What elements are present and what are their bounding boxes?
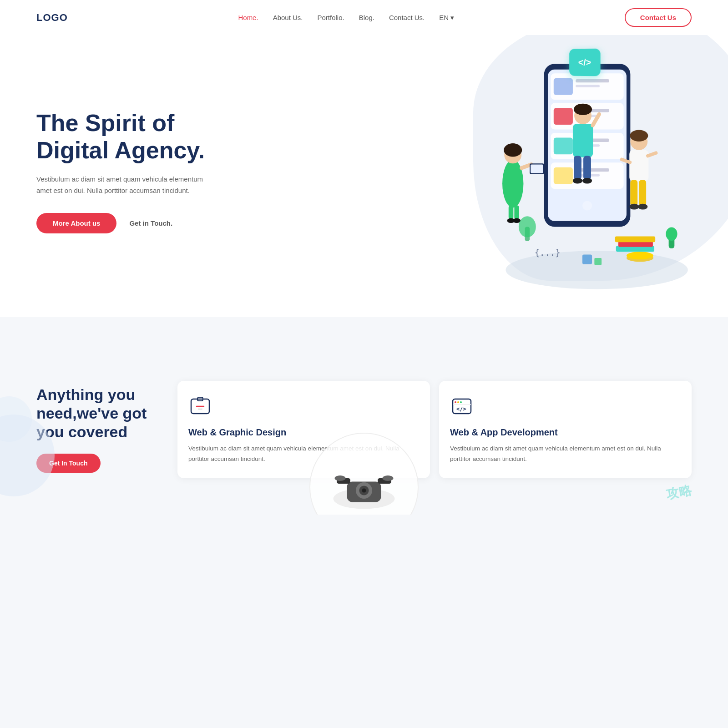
language-selector[interactable]: EN ▾ — [439, 14, 454, 22]
svg-point-64 — [455, 401, 456, 403]
hero-subtitle: Vestibulum ac diam sit amet quam vehicul… — [36, 173, 218, 197]
svg-point-32 — [574, 104, 592, 115]
svg-rect-27 — [514, 205, 519, 220]
svg-text:{...}: {...} — [535, 248, 561, 258]
svg-point-22 — [504, 143, 522, 157]
svg-point-53 — [519, 216, 536, 237]
svg-rect-5 — [576, 79, 609, 82]
svg-point-66 — [460, 401, 462, 403]
watermark-image-placeholder — [323, 444, 405, 515]
nav-lang-selector[interactable]: EN ▾ — [439, 14, 454, 22]
code-icon: </> — [450, 394, 474, 418]
dev-card-desc: Vestibulum ac diam sit amet quam vehicul… — [450, 444, 681, 465]
svg-point-51 — [627, 252, 653, 259]
nav-link-home[interactable]: Home. — [238, 14, 258, 21]
svg-rect-49 — [615, 237, 656, 243]
nav-item-blog[interactable]: Blog. — [359, 14, 374, 22]
get-in-touch-link[interactable]: Get in Touch. — [129, 219, 172, 227]
svg-point-76 — [335, 475, 346, 481]
more-about-us-button[interactable]: More About us — [36, 213, 116, 233]
svg-point-65 — [457, 401, 459, 403]
svg-point-40 — [630, 130, 648, 142]
lang-label: EN — [439, 14, 449, 21]
nav-item-contact[interactable]: Contact Us. — [389, 14, 425, 22]
svg-rect-44 — [639, 180, 646, 206]
svg-rect-57 — [582, 255, 592, 264]
services-title: Anything you need,we've got you covered — [36, 385, 164, 441]
services-cards: Web & Graphic Design Vestibulum ac diam … — [177, 381, 692, 478]
svg-point-75 — [362, 489, 366, 493]
svg-rect-58 — [594, 258, 602, 265]
svg-rect-8 — [554, 108, 573, 125]
watermark-text: 攻略 — [665, 481, 693, 503]
svg-rect-25 — [531, 164, 543, 173]
hero-title-line1: The Spirit of — [36, 110, 174, 136]
svg-rect-6 — [576, 85, 600, 87]
nav-link-blog[interactable]: Blog. — [359, 14, 374, 21]
navbar: LOGO Home. About Us. Portfolio. Blog. Co… — [0, 0, 728, 35]
svg-rect-16 — [554, 167, 573, 184]
hero-title: The Spirit of Digital Agency. — [36, 110, 218, 164]
hero-actions: More About us Get in Touch. — [36, 213, 218, 233]
svg-point-19 — [582, 201, 592, 211]
nav-link-about[interactable]: About Us. — [273, 14, 303, 21]
nav-link-portfolio[interactable]: Portfolio. — [318, 14, 344, 21]
svg-point-45 — [629, 204, 639, 210]
hero-illustration: </> — [446, 35, 719, 303]
svg-point-77 — [383, 475, 394, 481]
services-title-line2: need,we've got — [36, 404, 147, 422]
svg-point-46 — [638, 204, 647, 210]
svg-point-29 — [513, 218, 521, 223]
dev-card-title: Web & App Development — [450, 426, 681, 438]
nav-links: Home. About Us. Portfolio. Blog. Contact… — [238, 14, 454, 22]
services-section: Anything you need,we've got you covered … — [0, 354, 728, 515]
svg-point-0 — [506, 251, 688, 289]
svg-rect-30 — [573, 124, 593, 157]
drone-illustration — [323, 444, 405, 515]
svg-point-55 — [666, 227, 677, 241]
hero-content: The Spirit of Digital Agency. Vestibulum… — [36, 110, 218, 233]
logo: LOGO — [36, 12, 68, 24]
nav-item-about[interactable]: About Us. — [273, 14, 303, 22]
svg-rect-35 — [583, 156, 591, 180]
svg-rect-34 — [574, 156, 581, 180]
nav-item-home[interactable]: Home. — [238, 14, 258, 22]
services-title-line1: Anything you — [36, 386, 135, 403]
nav-link-contact[interactable]: Contact Us. — [389, 14, 425, 21]
services-left: Anything you need,we've got you covered … — [36, 381, 164, 473]
svg-point-36 — [573, 178, 582, 184]
section-gap — [0, 317, 728, 354]
svg-rect-26 — [509, 205, 514, 220]
svg-rect-4 — [554, 78, 573, 95]
code-bubble: </> — [569, 49, 600, 76]
nav-item-portfolio[interactable]: Portfolio. — [318, 14, 344, 22]
svg-rect-38 — [629, 150, 648, 181]
chevron-down-icon: ▾ — [450, 14, 454, 22]
svg-point-37 — [582, 178, 592, 184]
hero-section: The Spirit of Digital Agency. Vestibulum… — [0, 35, 728, 317]
contact-us-button[interactable]: Contact Us — [625, 8, 692, 27]
service-card-dev: </> Web & App Development Vestibulum ac … — [439, 381, 692, 478]
svg-rect-43 — [630, 180, 637, 206]
hero-title-line2: Digital Agency. — [36, 137, 205, 163]
svg-rect-12 — [554, 137, 573, 154]
svg-text:</>: </> — [456, 406, 466, 412]
design-icon — [188, 394, 212, 418]
